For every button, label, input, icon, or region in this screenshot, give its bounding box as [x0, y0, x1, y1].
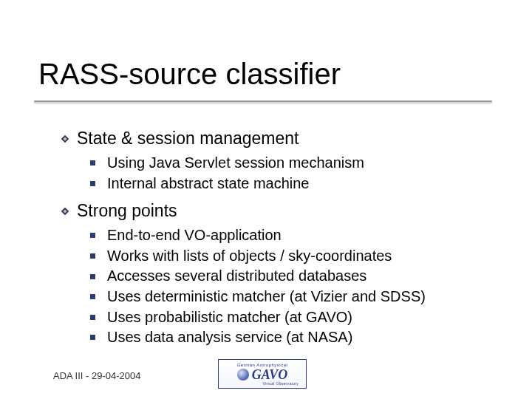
list-item: Using Java Servlet session mechanism — [90, 153, 504, 174]
list-item-text: Internal abstract state machine — [107, 174, 309, 194]
square-bullet-icon — [90, 335, 95, 340]
square-bullet-icon — [90, 253, 95, 259]
square-bullet-icon — [90, 315, 95, 320]
list-item: Works with lists of objects / sky-coordi… — [90, 246, 504, 267]
list-item-text: End-to-end VO-application — [107, 225, 282, 246]
list-item: Accesses several distributed databases — [90, 266, 504, 287]
section-header-text: Strong points — [77, 201, 177, 221]
section-header: Strong points — [61, 201, 504, 221]
list-item-text: Accesses several distributed databases — [107, 266, 366, 287]
logo-top-text: German Astrophysical — [237, 363, 288, 367]
sub-list: End-to-end VO-application Works with lis… — [90, 225, 504, 348]
square-bullet-icon — [90, 274, 95, 279]
list-item-text: Uses probabilistic matcher (at GAVO) — [107, 307, 352, 328]
square-bullet-icon — [90, 233, 95, 238]
list-item: Uses data analysis service (at NASA) — [90, 327, 504, 348]
section-header: State & session management — [61, 129, 504, 149]
gavo-logo: German Astrophysical GAVO Virtual Observ… — [218, 359, 307, 389]
list-item: Uses probabilistic matcher (at GAVO) — [90, 307, 504, 328]
list-item: Uses deterministic matcher (at Vizier an… — [90, 287, 504, 307]
list-item: End-to-end VO-application — [90, 225, 504, 246]
square-bullet-icon — [90, 160, 95, 166]
footer-text: ADA III - 29-04-2004 — [53, 370, 141, 381]
sub-list: Using Java Servlet session mechanism Int… — [90, 153, 504, 194]
globe-icon — [237, 369, 249, 381]
slide-body: State & session management Using Java Se… — [61, 129, 504, 352]
logo-sub-text: Virtual Observatory — [263, 382, 299, 386]
section-header-text: State & session management — [77, 129, 299, 149]
section-strong-points: Strong points End-to-end VO-application … — [61, 201, 504, 348]
title-underline — [34, 100, 492, 102]
list-item: Internal abstract state machine — [90, 174, 504, 194]
diamond-bullet-icon — [61, 207, 69, 216]
square-bullet-icon — [90, 181, 95, 186]
list-item-text: Uses deterministic matcher (at Vizier an… — [107, 287, 426, 307]
diamond-bullet-icon — [61, 134, 69, 143]
slide-title: RASS-source classifier — [38, 58, 341, 91]
slide: RASS-source classifier State & session m… — [0, 0, 532, 399]
logo-main-row: GAVO — [237, 368, 288, 381]
list-item-text: Uses data analysis service (at NASA) — [107, 327, 352, 348]
list-item-text: Works with lists of objects / sky-coordi… — [107, 246, 392, 267]
list-item-text: Using Java Servlet session mechanism — [107, 153, 364, 174]
logo-main-text: GAVO — [252, 368, 288, 381]
section-state-session: State & session management Using Java Se… — [61, 129, 504, 194]
square-bullet-icon — [90, 294, 95, 299]
